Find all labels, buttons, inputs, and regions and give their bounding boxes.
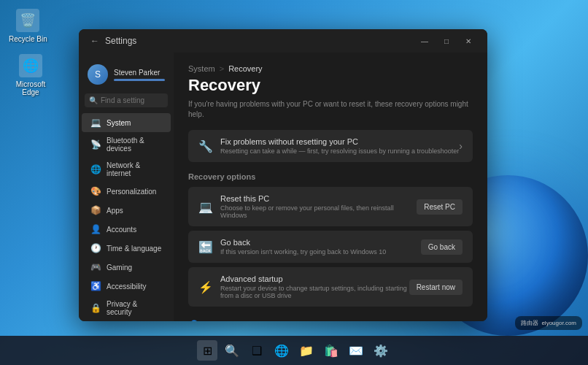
advanced-startup-desc: Restart your device to change startup se… — [220, 285, 409, 299]
avatar: S — [88, 64, 108, 85]
footer-links: 👤 Get help 💬 Give feedback — [188, 317, 473, 321]
time-icon: 🕐 — [90, 243, 101, 253]
watermark-subtext: elyougor.com — [541, 320, 576, 326]
search-box[interactable]: 🔍 — [85, 93, 168, 107]
go-back-title: Go back — [220, 238, 386, 247]
taskbar-search-button[interactable]: 🔍 — [222, 340, 242, 361]
time-label: Time & language — [107, 245, 161, 253]
user-info: Steven Parker — [114, 69, 165, 81]
desktop: 🗑️ Recycle Bin 🌐 Microsoft Edge ← Settin… — [0, 0, 588, 365]
sidebar-item-accounts[interactable]: 👤 Accounts — [82, 220, 171, 239]
user-profile: S Steven Parker — [79, 58, 174, 93]
sidebar-item-bluetooth[interactable]: 📡 Bluetooth & devices — [82, 132, 171, 157]
sidebar-item-privacy[interactable]: 🔒 Privacy & security — [82, 296, 171, 320]
accounts-label: Accounts — [107, 226, 136, 234]
sidebar-item-time[interactable]: 🕐 Time & language — [82, 239, 171, 258]
accessibility-icon: ♿ — [90, 281, 101, 291]
breadcrumb-current: Recovery — [228, 64, 262, 73]
reset-pc-desc: Choose to keep or remove your personal f… — [220, 204, 417, 219]
sidebar-item-accessibility[interactable]: ♿ Accessibility — [82, 277, 171, 296]
taskbar-explorer-button[interactable]: 📁 — [296, 340, 317, 361]
window-controls: — □ ✕ — [414, 34, 479, 48]
minimize-button[interactable]: — — [414, 34, 435, 48]
breadcrumb-separator: > — [220, 64, 224, 73]
sidebar-item-personalization[interactable]: 🎨 Personalization — [82, 182, 171, 201]
personalization-label: Personalization — [107, 188, 156, 196]
user-bar — [114, 79, 165, 81]
sidebar-item-network[interactable]: 🌐 Network & internet — [82, 157, 171, 182]
restart-now-button[interactable]: Restart now — [409, 280, 463, 295]
taskbar-edge-button[interactable]: 🌐 — [271, 340, 292, 361]
accounts-icon: 👤 — [90, 224, 101, 234]
back-button[interactable]: ← — [90, 36, 99, 46]
sidebar-item-apps[interactable]: 📦 Apps — [82, 201, 171, 220]
sidebar: S Steven Parker 🔍 💻 System 📡 Blue — [79, 53, 174, 321]
breadcrumb: System > Recovery — [188, 64, 473, 73]
title-bar: ← Settings — □ ✕ — [79, 29, 487, 53]
advanced-startup-icon: ⚡ — [198, 280, 213, 294]
window-title: Settings — [105, 36, 136, 46]
go-back-text: Go back If this version isn't working, t… — [220, 238, 386, 256]
fix-title: Fix problems without resetting your PC — [220, 137, 459, 146]
main-content: System > Recovery Recovery If you're hav… — [174, 53, 487, 321]
go-back-icon: 🔙 — [198, 240, 213, 254]
advanced-startup-left: ⚡ Advanced startup Restart your device t… — [198, 274, 409, 299]
reset-pc-card: 💻 Reset this PC Choose to keep or remove… — [188, 187, 473, 226]
taskbar-start-button[interactable]: ⊞ — [197, 340, 217, 361]
taskbar-store-button[interactable]: 🛍️ — [321, 340, 341, 361]
network-icon: 🌐 — [90, 164, 101, 174]
breadcrumb-parent: System — [188, 64, 215, 73]
advanced-startup-text: Advanced startup Restart your device to … — [220, 274, 409, 299]
title-bar-left: ← Settings — [90, 36, 136, 46]
taskbar-taskview-button[interactable]: ❑ — [247, 340, 267, 361]
get-help-icon: 👤 — [188, 320, 200, 321]
go-back-button[interactable]: Go back — [421, 239, 463, 255]
apps-icon: 📦 — [90, 205, 101, 215]
advanced-startup-card: ⚡ Advanced startup Restart your device t… — [188, 267, 473, 307]
apps-label: Apps — [107, 207, 123, 215]
reset-pc-icon: 💻 — [198, 200, 213, 214]
system-icon: 💻 — [90, 118, 101, 128]
page-title: Recovery — [188, 76, 473, 95]
fix-problems-card[interactable]: 🔧 Fix problems without resetting your PC… — [188, 130, 473, 162]
reset-pc-button[interactable]: Reset PC — [417, 199, 463, 215]
search-icon: 🔍 — [89, 96, 98, 104]
fix-desc: Resetting can take a while — first, try … — [220, 147, 459, 155]
fix-icon: 🔧 — [198, 139, 213, 153]
taskbar-settings-button[interactable]: ⚙️ — [371, 340, 391, 361]
recycle-icon: 🗑️ — [16, 9, 39, 32]
watermark-text: 路由器 — [521, 319, 538, 327]
privacy-label: Privacy & security — [107, 300, 162, 316]
reset-pc-left: 💻 Reset this PC Choose to keep or remove… — [198, 194, 417, 219]
get-help-link[interactable]: 👤 Get help — [188, 317, 473, 321]
maximize-button[interactable]: □ — [436, 34, 457, 48]
recycle-label: Recycle Bin — [9, 35, 47, 43]
taskbar-mail-button[interactable]: ✉️ — [346, 340, 366, 361]
section-label: Recovery options — [188, 172, 473, 181]
gaming-label: Gaming — [107, 264, 132, 272]
fix-chevron-icon: › — [459, 140, 463, 152]
desktop-icon-edge[interactable]: 🌐 Microsoft Edge — [6, 51, 55, 99]
sidebar-item-update[interactable]: 🔄 Windows Update — [82, 320, 171, 321]
settings-window: ← Settings — □ ✕ S Steven Parker — [79, 29, 487, 321]
edge-label: Microsoft Edge — [9, 80, 53, 96]
desktop-icon-recycle[interactable]: 🗑️ Recycle Bin — [6, 6, 50, 46]
reset-pc-text: Reset this PC Choose to keep or remove y… — [220, 194, 417, 219]
bluetooth-icon: 📡 — [90, 139, 101, 150]
close-button[interactable]: ✕ — [458, 34, 479, 48]
sidebar-item-gaming[interactable]: 🎮 Gaming — [82, 258, 171, 277]
sidebar-item-system[interactable]: 💻 System — [82, 113, 171, 132]
search-input[interactable] — [101, 96, 163, 104]
advanced-startup-title: Advanced startup — [220, 274, 409, 283]
user-name: Steven Parker — [114, 69, 165, 77]
edge-icon: 🌐 — [19, 54, 42, 77]
gaming-icon: 🎮 — [90, 262, 101, 272]
watermark: 路由器 elyougor.com — [515, 316, 582, 330]
fix-card-left: 🔧 Fix problems without resetting your PC… — [198, 137, 459, 155]
accessibility-label: Accessibility — [107, 283, 146, 291]
taskbar: ⊞ 🔍 ❑ 🌐 📁 🛍️ ✉️ ⚙️ — [0, 336, 588, 365]
go-back-card: 🔙 Go back If this version isn't working,… — [188, 231, 473, 263]
window-body: S Steven Parker 🔍 💻 System 📡 Blue — [79, 53, 487, 321]
bluetooth-label: Bluetooth & devices — [107, 137, 162, 153]
go-back-left: 🔙 Go back If this version isn't working,… — [198, 238, 386, 256]
